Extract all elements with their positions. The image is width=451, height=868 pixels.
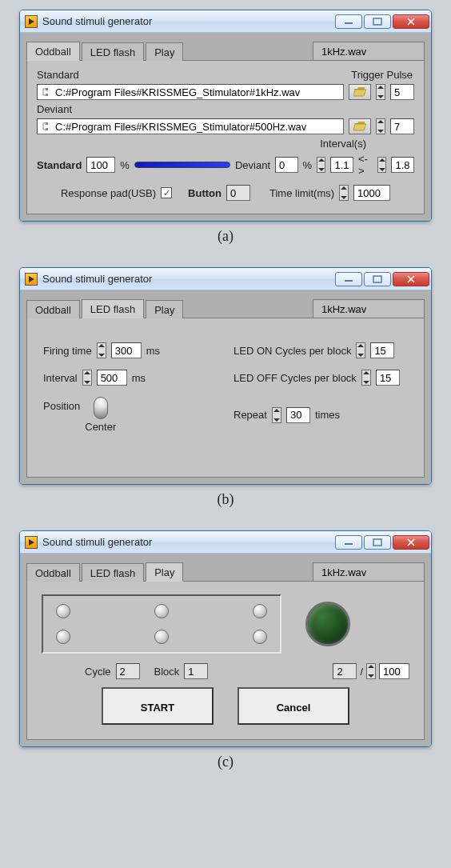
titlebar[interactable]: Sound stimuli generator — [20, 10, 431, 33]
position-toggle[interactable] — [94, 397, 108, 419]
caption-b: (b) — [10, 491, 441, 508]
led-position-grid — [42, 594, 281, 654]
minimize-button[interactable] — [335, 272, 362, 286]
led-indicator — [154, 630, 169, 644]
interval-label: Interval(s) — [320, 138, 366, 150]
deviant-trigger-value[interactable]: 7 — [390, 118, 414, 134]
tab-play[interactable]: Play — [146, 300, 183, 318]
svg-rect-1 — [345, 22, 353, 24]
interval-from-spinner[interactable] — [317, 157, 325, 173]
deviant-browse-button[interactable] — [349, 118, 371, 134]
time-limit-label: Time limit(ms) — [269, 187, 334, 199]
repeat-label: Repeat — [233, 409, 267, 421]
file-tab[interactable]: 1kHz.wav — [313, 562, 425, 581]
tab-led-flash[interactable]: LED flash — [82, 42, 144, 61]
pct-sign: % — [303, 159, 313, 171]
svg-marker-11 — [353, 90, 366, 96]
led-on-cycles-label: LED ON Cycles per block — [233, 345, 351, 357]
svg-marker-24 — [29, 539, 34, 546]
tabpage-led-flash: Firing time 300 ms LED ON Cycles per blo… — [26, 318, 425, 478]
minimize-button[interactable] — [335, 535, 362, 550]
ms-unit: ms — [132, 372, 146, 384]
svg-rect-20 — [345, 280, 353, 282]
cancel-button[interactable]: Cancel — [237, 687, 349, 725]
time-limit-spinner[interactable] — [339, 185, 349, 201]
firing-time-label: Firing time — [43, 345, 92, 357]
standard-pct-value[interactable]: 100 — [86, 157, 115, 173]
caption-a: (a) — [10, 228, 441, 245]
led-off-cycles-spinner[interactable] — [361, 370, 371, 386]
window-title: Sound stimuli generator — [42, 273, 152, 285]
deviant-pct-label: Deviant — [235, 159, 270, 171]
interval-to-value[interactable]: 1.8 — [391, 157, 414, 173]
tab-play[interactable]: Play — [146, 562, 183, 582]
block-label: Block — [154, 666, 180, 678]
window-oddball: Sound stimuli generator Oddball LED flas… — [19, 10, 432, 222]
app-icon — [25, 273, 38, 286]
deviant-path-text: C:#Program Files#KRISSMEG_Stimulator#500… — [55, 121, 306, 133]
tab-oddball[interactable]: Oddball — [26, 42, 80, 61]
tab-led-flash[interactable]: LED flash — [82, 299, 144, 318]
caption-c: (c) — [10, 754, 441, 770]
interval-value[interactable]: 500 — [97, 370, 127, 386]
maximize-button[interactable] — [364, 272, 391, 286]
led-off-cycles-label: LED OFF Cycles per block — [233, 372, 357, 384]
start-button[interactable]: START — [102, 687, 214, 725]
interval-sep: <-> — [358, 153, 373, 177]
led-off-cycles-value[interactable]: 15 — [376, 370, 400, 386]
svg-rect-26 — [373, 539, 381, 546]
window-title: Sound stimuli generator — [42, 536, 152, 548]
tab-led-flash[interactable]: LED flash — [82, 563, 144, 582]
led-indicator — [154, 604, 169, 618]
button-value: 0 — [226, 185, 250, 201]
tab-play[interactable]: Play — [146, 42, 183, 61]
standard-browse-button[interactable] — [349, 84, 371, 100]
led-on-cycles-spinner[interactable] — [356, 342, 365, 358]
file-tab[interactable]: 1kHz.wav — [313, 42, 425, 60]
standard-label: Standard — [37, 69, 79, 81]
deviant-path-field[interactable]: C:#Program Files#KRISSMEG_Stimulator#500… — [37, 118, 344, 134]
standard-path-text: C:#Program Files#KRISSMEG_Stimulator#1kH… — [55, 86, 300, 98]
titlebar[interactable]: Sound stimuli generator — [20, 531, 431, 554]
svg-rect-25 — [345, 543, 353, 545]
path-icon — [41, 86, 52, 98]
maximize-button[interactable] — [364, 14, 391, 29]
close-button[interactable] — [393, 535, 429, 550]
interval-spinner[interactable] — [82, 370, 92, 386]
minimize-button[interactable] — [335, 14, 362, 29]
svg-marker-19 — [29, 276, 34, 282]
cycle-label: Cycle — [85, 666, 111, 678]
file-tab[interactable]: 1kHz.wav — [313, 299, 425, 318]
close-button[interactable] — [393, 272, 429, 286]
led-on-cycles-value[interactable]: 15 — [370, 342, 394, 358]
deviant-label: Deviant — [37, 103, 72, 115]
standard-path-field[interactable]: C:#Program Files#KRISSMEG_Stimulator#1kH… — [37, 84, 344, 100]
interval-to-spinner[interactable] — [377, 157, 386, 173]
firing-time-spinner[interactable] — [97, 342, 106, 358]
trigger-pulse-label: Trigger Pulse — [351, 69, 413, 81]
deviant-trigger-spinner[interactable] — [376, 118, 385, 134]
tab-oddball[interactable]: Oddball — [26, 563, 80, 582]
status-led — [305, 602, 350, 646]
close-button[interactable] — [393, 14, 429, 29]
repeat-value[interactable]: 30 — [286, 407, 310, 423]
firing-time-value[interactable]: 300 — [111, 342, 142, 358]
svg-rect-21 — [373, 276, 381, 282]
standard-pct-label: Standard — [37, 159, 82, 171]
position-label: Position — [43, 400, 80, 412]
led-indicator — [56, 630, 70, 644]
standard-trigger-spinner[interactable] — [376, 84, 385, 100]
deviant-pct-value[interactable]: 0 — [275, 157, 298, 173]
response-pad-label: Response pad(USB) — [61, 187, 156, 199]
standard-trigger-value[interactable]: 5 — [390, 84, 414, 100]
ratio-slider[interactable] — [134, 162, 230, 168]
time-limit-value[interactable]: 1000 — [353, 185, 390, 201]
maximize-button[interactable] — [364, 535, 391, 550]
repeat-spinner[interactable] — [272, 407, 281, 423]
progress-total[interactable]: 100 — [379, 663, 409, 679]
interval-from-value[interactable]: 1.1 — [330, 157, 353, 173]
response-pad-checkbox[interactable]: ✓ — [161, 187, 172, 198]
tab-oddball[interactable]: Oddball — [26, 300, 80, 318]
titlebar[interactable]: Sound stimuli generator — [20, 268, 431, 290]
progress-total-spinner[interactable] — [366, 663, 376, 679]
